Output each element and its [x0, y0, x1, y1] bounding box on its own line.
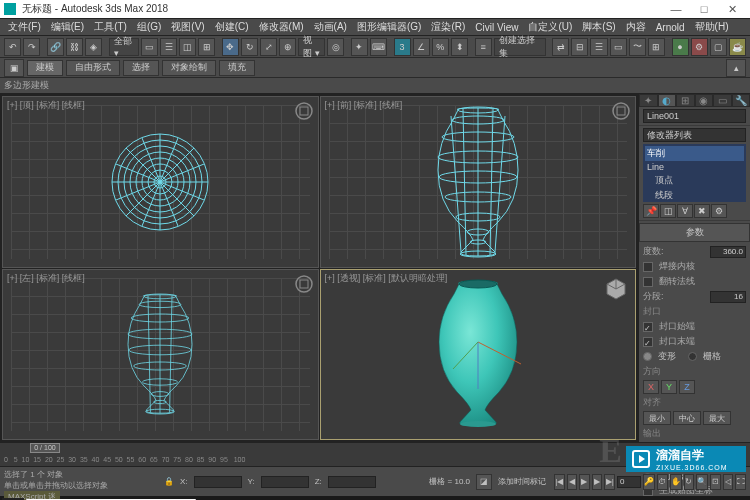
zoom-all-button[interactable]: ⊡ [710, 474, 721, 490]
render-setup-button[interactable]: ⚙ [691, 38, 708, 56]
menu-rendering[interactable]: 渲染(R) [427, 20, 469, 34]
snap-button[interactable]: 3 [394, 38, 411, 56]
menu-group[interactable]: 组(G) [133, 20, 165, 34]
weld-checkbox[interactable] [643, 262, 653, 272]
angle-snap-button[interactable]: ∠ [413, 38, 430, 56]
grid-radio[interactable] [688, 352, 697, 361]
viewport-front[interactable]: [+] [前] [标准] [线框] [320, 96, 637, 268]
minimize-button[interactable]: — [662, 1, 690, 17]
cap-start-checkbox[interactable] [643, 322, 653, 332]
goto-end-button[interactable]: ▶| [604, 474, 615, 490]
menu-views[interactable]: 视图(V) [167, 20, 208, 34]
align-min-button[interactable]: 最小 [643, 411, 671, 425]
curve-editor-button[interactable]: 〜 [629, 38, 646, 56]
viewport-top-label[interactable]: [+] [顶] [标准] [线框] [7, 99, 85, 112]
mirror-button[interactable]: ⇄ [552, 38, 569, 56]
flip-checkbox[interactable] [643, 277, 653, 287]
viewport-top[interactable]: [+] [顶] [标准] [线框] [2, 96, 319, 268]
motion-tab[interactable]: ◉ [695, 94, 714, 107]
object-name-field[interactable]: Line001 [643, 109, 746, 123]
dir-x-button[interactable]: X [643, 380, 659, 394]
params-rollout[interactable]: 参数 [639, 223, 750, 242]
named-sel-dropdown[interactable]: 创建选择集 [494, 38, 546, 56]
degrees-field[interactable]: 360.0 [710, 246, 746, 258]
viewport-left-label[interactable]: [+] [左] [标准] [线框] [7, 272, 85, 285]
manip-button[interactable]: ✦ [351, 38, 368, 56]
tab-populate[interactable]: 填充 [219, 60, 255, 76]
menu-scripting[interactable]: 脚本(S) [578, 20, 619, 34]
select-region-button[interactable]: ◫ [179, 38, 196, 56]
unlink-button[interactable]: ⛓ [66, 38, 83, 56]
segments-field[interactable]: 16 [710, 291, 746, 303]
pivot-button[interactable]: ◎ [327, 38, 344, 56]
dir-y-button[interactable]: Y [661, 380, 677, 394]
selection-filter[interactable]: 全部 ▾ [109, 38, 139, 56]
coord-z-field[interactable] [328, 476, 376, 488]
current-frame-field[interactable] [617, 476, 641, 488]
stack-item-line[interactable]: Line [645, 161, 744, 173]
rotate-button[interactable]: ↻ [241, 38, 258, 56]
remove-mod-button[interactable]: ✖ [694, 204, 710, 218]
configure-button[interactable]: ⚙ [711, 204, 727, 218]
menu-modifiers[interactable]: 修改器(M) [255, 20, 308, 34]
prev-frame-button[interactable]: ◀ [567, 474, 578, 490]
menu-grapheditors[interactable]: 图形编辑器(G) [353, 20, 425, 34]
select-button[interactable]: ▭ [141, 38, 158, 56]
move-button[interactable]: ✥ [222, 38, 239, 56]
menu-animation[interactable]: 动画(A) [310, 20, 351, 34]
ref-coord-dropdown[interactable]: 视图 ▾ [298, 38, 325, 56]
zoom-button[interactable]: 🔍 [696, 474, 708, 490]
align-max-button[interactable]: 最大 [703, 411, 731, 425]
tab-freeform[interactable]: 自由形式 [66, 60, 120, 76]
viewcube-icon[interactable] [603, 276, 629, 302]
ribbon-min-button[interactable]: ▴ [726, 59, 746, 77]
placement-button[interactable]: ⊕ [279, 38, 296, 56]
maximize-button[interactable]: □ [690, 1, 718, 17]
stack-item-segment[interactable]: 线段 [645, 188, 744, 202]
modifier-stack[interactable]: 车削 Line 顶点 线段 样条线 [643, 144, 746, 202]
menu-arnold[interactable]: Arnold [652, 22, 689, 33]
orbit-button[interactable]: ↻ [684, 474, 695, 490]
redo-button[interactable]: ↷ [23, 38, 40, 56]
material-button[interactable]: ● [672, 38, 689, 56]
play-button[interactable]: ▶ [579, 474, 590, 490]
maximize-vp-button[interactable]: ⛶ [735, 474, 746, 490]
layers-button[interactable]: ☰ [590, 38, 607, 56]
align-center-button[interactable]: 中心 [673, 411, 701, 425]
tab-modeling[interactable]: 建模 [27, 60, 63, 76]
bind-button[interactable]: ◈ [85, 38, 102, 56]
viewcube-icon[interactable] [294, 274, 314, 294]
link-button[interactable]: 🔗 [47, 38, 64, 56]
menu-tools[interactable]: 工具(T) [90, 20, 131, 34]
undo-button[interactable]: ↶ [4, 38, 21, 56]
close-button[interactable]: ✕ [718, 1, 746, 17]
modifier-list-dropdown[interactable]: 修改器列表 [643, 128, 746, 142]
viewport-left[interactable]: [+] [左] [标准] [线框] [2, 269, 319, 441]
render-button[interactable]: ☕ [729, 38, 746, 56]
cap-end-checkbox[interactable] [643, 337, 653, 347]
morph-radio[interactable] [643, 352, 652, 361]
coord-x-field[interactable] [194, 476, 242, 488]
add-time-tag[interactable]: 添加时间标记 [498, 476, 546, 487]
pan-button[interactable]: ✋ [670, 474, 682, 490]
percent-snap-button[interactable]: % [432, 38, 449, 56]
display-tab[interactable]: ▭ [713, 94, 732, 107]
menu-help[interactable]: 帮助(H) [691, 20, 733, 34]
window-crossing-button[interactable]: ⊞ [198, 38, 215, 56]
toggle-ribbon-button[interactable]: ▭ [610, 38, 627, 56]
viewcube-icon[interactable] [294, 101, 314, 121]
viewport-persp-label[interactable]: [+] [透视] [标准] [默认明暗处理] [325, 272, 448, 285]
key-mode-button[interactable]: 🔑 [643, 474, 655, 490]
named-selection-button[interactable]: ≡ [475, 38, 492, 56]
coord-y-field[interactable] [261, 476, 309, 488]
stack-item-lathe[interactable]: 车削 [645, 146, 744, 161]
menu-file[interactable]: 文件(F) [4, 20, 45, 34]
menu-content[interactable]: 内容 [622, 20, 650, 34]
spinner-snap-button[interactable]: ⬍ [451, 38, 468, 56]
fov-button[interactable]: ◁ [723, 474, 734, 490]
viewport-perspective[interactable]: [+] [透视] [标准] [默认明暗处理] [320, 269, 637, 441]
create-tab[interactable]: ✦ [639, 94, 658, 107]
lock-icon[interactable]: 🔒 [164, 477, 174, 486]
utilities-tab[interactable]: 🔧 [732, 94, 751, 107]
next-frame-button[interactable]: ▶ [592, 474, 603, 490]
